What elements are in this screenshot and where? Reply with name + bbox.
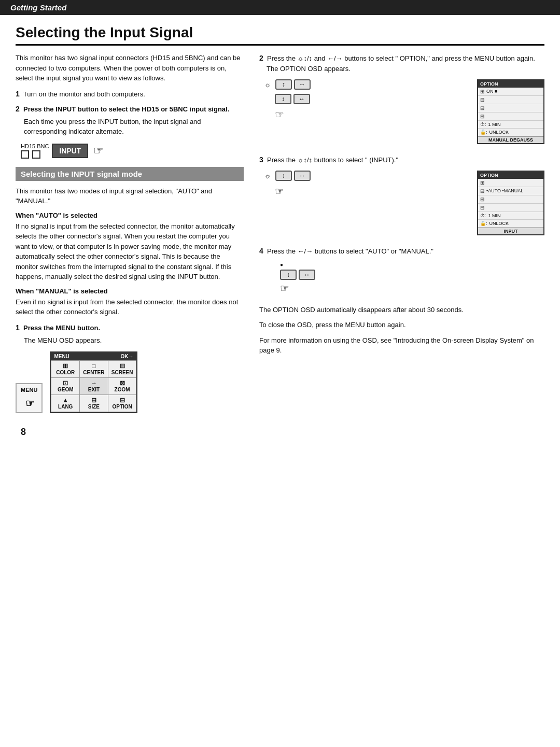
closing-text-2: To close the OSD, press the MENU button …	[259, 320, 544, 330]
menu-hand-icon: ☞	[25, 397, 35, 410]
page-title: Selecting the Input Signal	[16, 24, 544, 46]
connector-labels: HD15 BNC	[21, 143, 49, 159]
hand-icon-3: ☞	[275, 185, 311, 198]
subsection-intro: This monitor has two modes of input sign…	[16, 186, 244, 206]
page-header: Getting Started	[0, 0, 560, 15]
menu-cell-option: ⊟ OPTION	[108, 395, 136, 412]
right-btn-4: ↔	[299, 270, 315, 280]
menu-button-box: MENU ☞	[16, 383, 43, 413]
option-panel-1: OPTION ⊞ON ■ ⊟ ⊟ ⊟ ⏱: 1 MIN 🔓: UNLOCK MA…	[477, 79, 544, 144]
left-right-btn-3: ↔	[294, 171, 311, 181]
page-number: 8	[16, 427, 544, 438]
manual-step1-text: Press the MENU button.	[23, 324, 100, 332]
right-step-3: 3 Press the ☼↕/↕ buttons to select " (IN…	[259, 154, 544, 235]
menu-cell-exit: → EXIT	[80, 378, 108, 394]
hand-icon-4: ☞	[280, 282, 315, 294]
input-button: INPUT	[52, 144, 88, 158]
option-panel-2: OPTION ⊞ ⊟ •AUTO •MANUAL ⊟ ⊟ ⏱: 1 MIN 🔓:…	[477, 171, 544, 235]
menu-cell-zoom: ⊠ ZOOM	[108, 378, 136, 394]
when-manual-heading: When "MANUAL" is selected	[16, 287, 244, 295]
step-2: 2 Press the INPUT button to select the H…	[16, 104, 244, 137]
menu-cell-center: □ CENTER	[80, 361, 108, 377]
manual-step1: 1 Press the MENU button. The MENU OSD ap…	[16, 322, 244, 346]
hand-icon: ☞	[93, 144, 104, 158]
menu-cell-geom: ⊡ GEOM	[51, 378, 79, 394]
when-auto-text: If no signal is input from the selected …	[16, 221, 244, 282]
left-column: This monitor has two signal input connec…	[16, 53, 244, 416]
hd15-box	[21, 150, 29, 159]
right-step4-text: Press the ←/→ buttons to select "AUTO" o…	[267, 247, 433, 255]
right-column: 2 Press the ☼↕/↕ and ←/→ buttons to sele…	[259, 53, 544, 416]
menu-cell-color: ⊞ COLOR	[51, 361, 79, 377]
menu-cell-lang: ▲ LANG	[51, 395, 79, 412]
intro-text: This monitor has two signal input connec…	[16, 53, 244, 83]
bnc-box	[32, 150, 40, 159]
up-down-btn-3: ↕	[275, 171, 292, 181]
right-step2-text: Press the ☼↕/↕ and ←/→ buttons to select…	[267, 54, 535, 62]
step-1: 1 Turn on the monitor and both computers…	[16, 89, 244, 100]
osd-menu-diagram: MENU ☞ MENU OK→ ⊞ COLOR □	[16, 351, 244, 413]
when-auto-heading: When "AUTO" is selected	[16, 212, 244, 219]
closing-text-3: For more information on using the OSD, s…	[259, 335, 544, 356]
hand-icon-2: ☞	[275, 108, 311, 121]
step1-text: Turn on the monitor and both computers.	[23, 90, 145, 98]
left-btn-4: ↕	[280, 270, 297, 280]
right-step-2: 2 Press the ☼↕/↕ and ←/→ buttons to sele…	[259, 53, 544, 144]
up-down-btn-2: ↕	[275, 94, 291, 104]
menu-cell-screen: ⊟ SCREEN	[108, 361, 136, 377]
menu-cell-size: ⊟ SIZE	[80, 395, 108, 412]
left-right-btn-1: ↔	[294, 79, 311, 90]
right-step-4: 4 Press the ←/→ buttons to select "AUTO"…	[259, 246, 544, 294]
closing-text-1: The OPTION OSD automatically disappears …	[259, 305, 544, 315]
when-manual-text: Even if no signal is input from the sele…	[16, 297, 244, 317]
input-diagram: HD15 BNC INPUT ☞	[21, 143, 244, 159]
subsection-title: Selecting the INPUT signal mode	[16, 167, 244, 181]
left-right-btn-2: ↔	[293, 94, 310, 104]
header-title: Getting Started	[10, 3, 66, 12]
osd-menu-grid: MENU OK→ ⊞ COLOR □ CENTER ⊟	[50, 351, 137, 413]
up-down-btn-1: ↕	[275, 79, 292, 90]
right-step3-text: Press the ☼↕/↕ buttons to select " (INPU…	[267, 156, 398, 164]
right-step2-detail: The OPTION OSD appears.	[267, 64, 544, 74]
manual-step1-detail: The MENU OSD appears.	[24, 335, 244, 346]
step2-text: Press the INPUT button to select the HD1…	[23, 105, 229, 113]
step2-detail: Each time you press the INPUT button, th…	[24, 117, 244, 137]
